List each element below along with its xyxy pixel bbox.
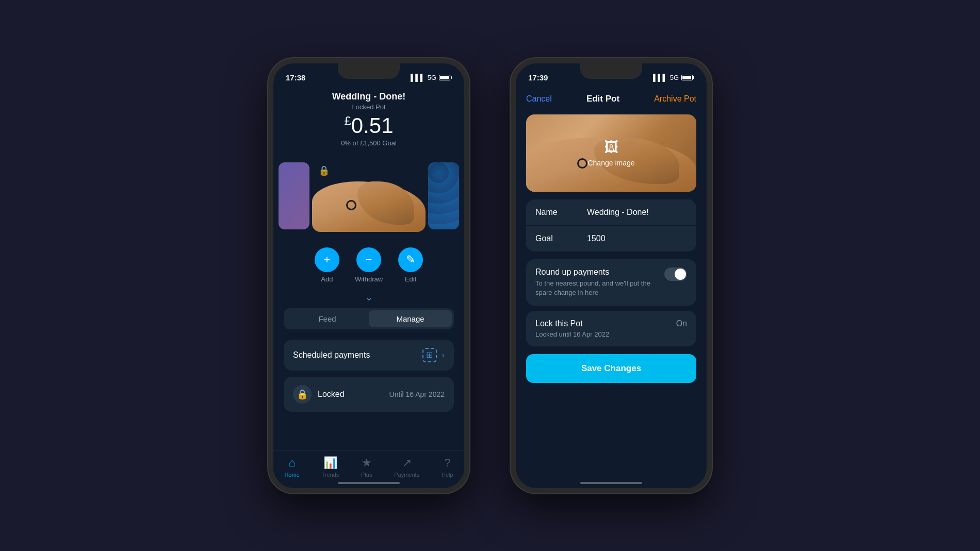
edit-button[interactable]: ✎ Edit — [398, 247, 423, 283]
lock-section: Lock this Pot Locked until 16 Apr 2022 O… — [526, 311, 696, 346]
status-icons-1: ▌▌▌ 5G — [411, 74, 452, 81]
round-up-description: To the nearest pound, and we'll put the … — [535, 279, 657, 297]
name-row[interactable]: Name Wedding - Done! — [526, 199, 696, 226]
battery-icon — [439, 75, 452, 80]
ring-decoration — [346, 200, 356, 210]
network-label-1: 5G — [428, 74, 436, 81]
phone-2-notch — [580, 63, 642, 79]
home-icon: ⌂ — [288, 456, 295, 470]
goal-label: Goal — [535, 234, 577, 243]
status-icons-2: ▌▌▌ 5G — [653, 74, 694, 81]
battery-icon-2 — [681, 75, 694, 80]
amount-whole: 0 — [351, 113, 363, 138]
lock-title: Lock this Pot — [535, 319, 676, 328]
toggle-knob — [675, 269, 686, 280]
add-button[interactable]: + Add — [315, 247, 339, 283]
card-center[interactable]: 🔒 — [312, 160, 426, 232]
pot-header: Wedding - Done! Locked Pot £0.51 0% of £… — [273, 86, 464, 155]
network-label-2: 5G — [670, 74, 679, 81]
nav-help-label: Help — [442, 472, 453, 478]
nav-plus-label: Plus — [361, 472, 372, 478]
name-value[interactable]: Wedding - Done! — [587, 208, 649, 217]
manage-content: Scheduled payments ⊞ › 🔒 Locked Until 16… — [273, 329, 464, 422]
nav-plus[interactable]: ★ Plus — [361, 456, 372, 478]
goal-row[interactable]: Goal 1500 — [526, 226, 696, 252]
pot-goal: 0% of £1,500 Goal — [284, 139, 454, 147]
goal-value[interactable]: 1500 — [587, 234, 606, 243]
nav-help[interactable]: ? Help — [442, 456, 453, 478]
save-changes-button[interactable]: Save Changes — [526, 354, 696, 383]
scheduled-text: Scheduled payments — [293, 350, 370, 360]
plus-star-icon: ★ — [362, 456, 372, 470]
trends-icon: 📊 — [323, 456, 337, 470]
locked-date: Until 16 Apr 2022 — [389, 390, 445, 398]
home-indicator-1 — [338, 482, 400, 484]
lock-description: Locked until 16 Apr 2022 — [535, 330, 676, 338]
archive-pot-button[interactable]: Archive Pot — [654, 94, 696, 104]
pot-amount: £0.51 — [284, 113, 454, 138]
add-scheduled-icon[interactable]: ⊞ — [422, 348, 437, 362]
scheduled-payments-card[interactable]: Scheduled payments ⊞ › — [284, 340, 454, 371]
change-image-overlay[interactable]: 🖼 Change image — [587, 139, 634, 167]
edit-header: Cancel Edit Pot Archive Pot — [516, 86, 707, 109]
change-image-label: Change image — [587, 159, 634, 167]
toggle-info: Round up payments To the nearest pound, … — [535, 268, 664, 297]
round-up-toggle[interactable] — [664, 268, 687, 281]
swipe-indicator: ⌄ — [273, 291, 464, 303]
cancel-button[interactable]: Cancel — [526, 94, 552, 104]
edit-icon[interactable]: ✎ — [398, 247, 423, 272]
nav-trends-label: Trends — [321, 472, 339, 478]
pot-title: Wedding - Done! — [284, 91, 454, 102]
edit-label: Edit — [405, 275, 416, 283]
payments-icon: ↗ — [402, 456, 412, 470]
round-up-section: Round up payments To the nearest pound, … — [526, 259, 696, 306]
add-label: Add — [321, 275, 333, 283]
phone-1-notch — [338, 63, 400, 79]
phone-1: 17:38 ▌▌▌ 5G Wedding - Done! Locked Pot … — [268, 58, 469, 493]
signal-icon-2: ▌▌▌ — [653, 74, 667, 81]
nav-trends[interactable]: 📊 Trends — [321, 456, 339, 478]
lock-info: Lock this Pot Locked until 16 Apr 2022 — [535, 319, 676, 338]
locked-label: Locked — [318, 390, 383, 399]
lock-header: Lock this Pot Locked until 16 Apr 2022 O… — [535, 319, 687, 338]
action-buttons: + Add − Withdraw ✎ Edit — [273, 237, 464, 293]
chevron-right-icon: › — [442, 350, 445, 360]
tab-feed[interactable]: Feed — [286, 310, 369, 327]
tab-manage[interactable]: Manage — [369, 310, 452, 327]
withdraw-icon[interactable]: − — [356, 247, 381, 272]
nav-payments-label: Payments — [394, 472, 419, 478]
lock-icon: 🔒 — [293, 385, 312, 404]
card-carousel[interactable]: 🔒 — [273, 155, 464, 237]
card-lock-icon: 🔒 — [318, 165, 330, 176]
image-ring — [577, 158, 587, 169]
image-upload-icon: 🖼 — [604, 139, 618, 156]
nav-payments[interactable]: ↗ Payments — [394, 456, 419, 478]
toggle-header: Round up payments To the nearest pound, … — [535, 268, 687, 297]
add-icon[interactable]: + — [315, 247, 339, 272]
card-right — [428, 162, 459, 229]
feed-manage-bar[interactable]: Feed Manage — [284, 308, 454, 329]
card-left — [279, 162, 309, 229]
withdraw-button[interactable]: − Withdraw — [355, 247, 383, 283]
help-icon: ? — [444, 456, 450, 470]
signal-icon: ▌▌▌ — [411, 74, 425, 81]
time-display-1: 17:38 — [286, 73, 305, 82]
pot-image-area[interactable]: 🖼 Change image — [526, 114, 696, 192]
form-section: Name Wedding - Done! Goal 1500 — [526, 199, 696, 252]
lock-status: On — [676, 319, 687, 328]
scheduled-icons: ⊞ › — [422, 348, 445, 362]
nav-home-label: Home — [284, 472, 299, 478]
time-display-2: 17:39 — [528, 73, 548, 82]
phone-2: 17:39 ▌▌▌ 5G Cancel Edit Pot Archive Pot… — [511, 58, 712, 493]
amount-pence: .51 — [363, 113, 393, 138]
pot-subtitle: Locked Pot — [284, 103, 454, 111]
edit-pot-title: Edit Pot — [586, 94, 619, 104]
currency-symbol: £ — [344, 114, 351, 128]
card-right-pattern — [428, 162, 459, 229]
nav-home[interactable]: ⌂ Home — [284, 456, 299, 478]
home-indicator-2 — [580, 482, 642, 484]
locked-row: 🔒 Locked Until 16 Apr 2022 — [284, 377, 454, 412]
name-label: Name — [535, 208, 577, 217]
round-up-title: Round up payments — [535, 268, 657, 277]
withdraw-label: Withdraw — [355, 275, 383, 283]
